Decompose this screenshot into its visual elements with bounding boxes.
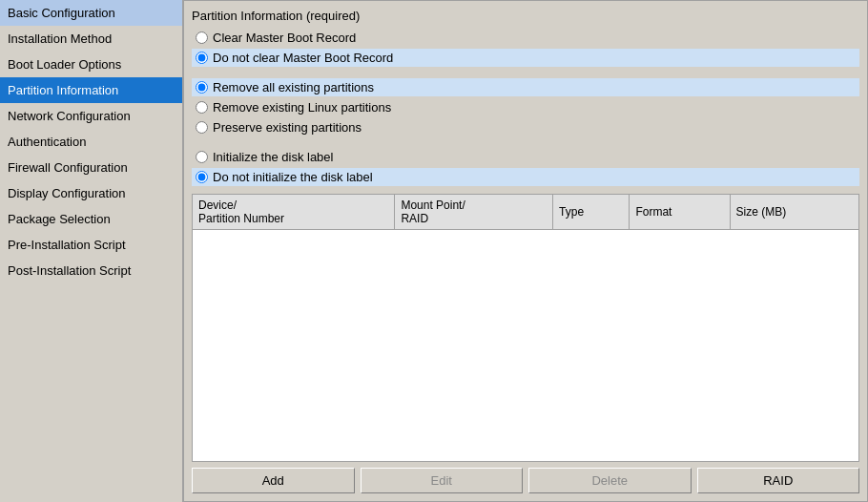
sidebar-item-package-selection[interactable]: Package Selection (0, 206, 182, 232)
radio-row-do-not-initialize: Do not initialize the disk label (192, 168, 859, 186)
raid-button[interactable]: RAID (697, 468, 860, 493)
mbr-radio-group: Clear Master Boot Record Do not clear Ma… (192, 29, 859, 67)
col-header-format: Format (630, 195, 730, 230)
col-header-device: Device/Partition Number (193, 195, 395, 230)
label-do-not-initialize[interactable]: Do not initialize the disk label (213, 170, 373, 184)
partition-table-empty-area (192, 230, 859, 462)
radio-preserve[interactable] (196, 121, 208, 134)
sidebar-item-basic-configuration[interactable]: Basic Configuration (0, 0, 182, 26)
radio-initialize-disk[interactable] (196, 151, 208, 163)
radio-no-clear-mbr[interactable] (196, 52, 208, 64)
label-initialize-disk[interactable]: Initialize the disk label (213, 150, 333, 164)
col-header-type: Type (553, 195, 630, 230)
main-panel: Partition Information (required) Clear M… (183, 0, 868, 502)
partition-table: Device/Partition Number Mount Point/RAID… (192, 194, 859, 230)
sidebar: Basic ConfigurationInstallation MethodBo… (0, 0, 183, 502)
section-title: Partition Information (required) (192, 9, 859, 23)
add-button[interactable]: Add (192, 468, 355, 493)
action-button-row: Add Edit Delete RAID (192, 468, 859, 493)
radio-row-clear-mbr: Clear Master Boot Record (192, 29, 859, 47)
label-remove-all[interactable]: Remove all existing partitions (213, 80, 374, 94)
edit-button[interactable]: Edit (361, 468, 524, 493)
partition-table-section: Device/Partition Number Mount Point/RAID… (192, 194, 859, 462)
label-preserve[interactable]: Preserve existing partitions (213, 120, 362, 135)
label-no-clear-mbr[interactable]: Do not clear Master Boot Record (213, 51, 393, 65)
label-remove-linux[interactable]: Remove existing Linux partitions (213, 100, 391, 115)
radio-clear-mbr[interactable] (196, 31, 208, 44)
radio-do-not-initialize[interactable] (196, 171, 208, 183)
label-clear-mbr[interactable]: Clear Master Boot Record (213, 31, 356, 45)
delete-button[interactable]: Delete (528, 468, 692, 493)
sidebar-item-partition-information[interactable]: Partition Information (0, 77, 182, 103)
sidebar-item-firewall-configuration[interactable]: Firewall Configuration (0, 155, 182, 180)
radio-row-remove-all: Remove all existing partitions (192, 78, 859, 96)
col-header-size: Size (MB) (730, 195, 858, 230)
sidebar-item-authentication[interactable]: Authentication (0, 129, 182, 155)
sidebar-item-network-configuration[interactable]: Network Configuration (0, 103, 182, 129)
disk-label-radio-group: Initialize the disk label Do not initial… (192, 148, 859, 186)
radio-remove-linux[interactable] (196, 101, 208, 114)
sidebar-item-display-configuration[interactable]: Display Configuration (0, 180, 182, 206)
sidebar-item-boot-loader-options[interactable]: Boot Loader Options (0, 52, 182, 77)
radio-remove-all[interactable] (196, 81, 208, 94)
col-header-mount: Mount Point/RAID (395, 195, 553, 230)
radio-row-no-clear-mbr: Do not clear Master Boot Record (192, 49, 859, 67)
sidebar-item-post-installation-script[interactable]: Post-Installation Script (0, 258, 182, 283)
radio-row-remove-linux: Remove existing Linux partitions (192, 98, 859, 116)
radio-row-preserve: Preserve existing partitions (192, 118, 859, 136)
sidebar-item-pre-installation-script[interactable]: Pre-Installation Script (0, 232, 182, 258)
sidebar-item-installation-method[interactable]: Installation Method (0, 26, 182, 52)
partition-radio-group: Remove all existing partitions Remove ex… (192, 78, 859, 136)
radio-row-initialize: Initialize the disk label (192, 148, 859, 166)
app-container: Basic ConfigurationInstallation MethodBo… (0, 0, 868, 502)
